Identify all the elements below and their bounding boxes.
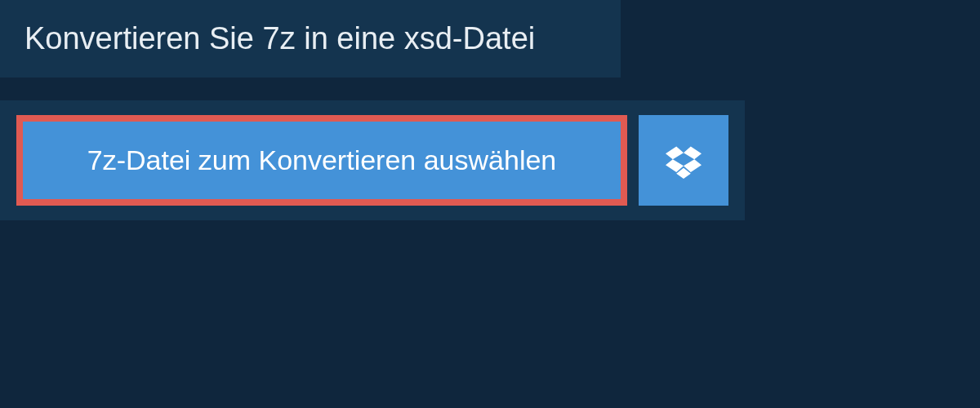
header-bar: Konvertieren Sie 7z in eine xsd-Datei [0, 0, 621, 78]
page-title: Konvertieren Sie 7z in eine xsd-Datei [24, 21, 596, 56]
dropbox-icon [666, 143, 702, 179]
upload-section: 7z-Datei zum Konvertieren auswählen [0, 100, 745, 220]
dropbox-button[interactable] [639, 115, 728, 206]
select-file-button[interactable]: 7z-Datei zum Konvertieren auswählen [16, 115, 627, 206]
select-file-label: 7z-Datei zum Konvertieren auswählen [87, 144, 557, 176]
